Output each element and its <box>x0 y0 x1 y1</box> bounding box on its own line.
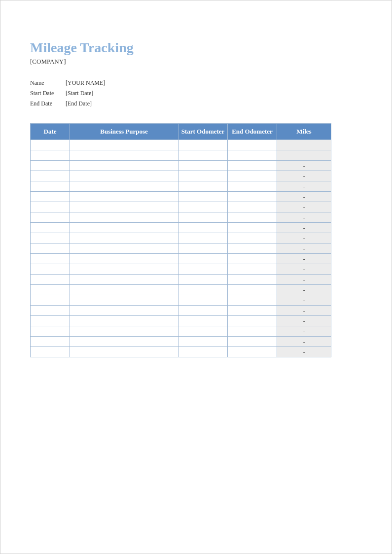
end-odo-cell[interactable] <box>228 306 277 316</box>
start-odo-cell[interactable] <box>178 161 228 171</box>
date-cell[interactable] <box>31 223 70 233</box>
end-odo-cell[interactable] <box>228 254 277 264</box>
purpose-cell[interactable] <box>70 171 178 181</box>
purpose-cell[interactable] <box>70 306 178 316</box>
end-odo-cell[interactable] <box>228 233 277 243</box>
start-odo-cell[interactable] <box>178 223 228 233</box>
start-odo-cell[interactable] <box>178 306 228 316</box>
start-odo-cell[interactable] <box>178 212 228 223</box>
miles-cell[interactable]: - <box>277 316 331 326</box>
date-cell[interactable] <box>31 337 70 347</box>
purpose-cell[interactable] <box>70 181 178 192</box>
end-odo-cell[interactable] <box>228 316 277 326</box>
start-odo-cell[interactable] <box>178 275 228 285</box>
miles-cell[interactable]: - <box>277 285 331 295</box>
date-cell[interactable] <box>31 347 70 357</box>
miles-cell[interactable]: - <box>277 161 331 171</box>
start-odo-cell[interactable] <box>178 171 228 181</box>
start-odo-cell[interactable] <box>178 326 228 337</box>
date-cell[interactable] <box>31 275 70 285</box>
date-cell[interactable] <box>31 243 70 254</box>
miles-cell[interactable]: - <box>277 337 331 347</box>
end-odo-cell[interactable] <box>228 264 277 275</box>
start-odo-cell[interactable] <box>178 347 228 357</box>
end-odo-cell[interactable] <box>228 140 277 150</box>
purpose-cell[interactable] <box>70 233 178 243</box>
date-cell[interactable] <box>31 326 70 337</box>
date-cell[interactable] <box>31 181 70 192</box>
end-odo-cell[interactable] <box>228 202 277 212</box>
start-odo-cell[interactable] <box>178 150 228 161</box>
purpose-cell[interactable] <box>70 285 178 295</box>
end-odo-cell[interactable] <box>228 161 277 171</box>
purpose-cell[interactable] <box>70 295 178 306</box>
purpose-cell[interactable] <box>70 202 178 212</box>
end-date-value[interactable]: [End Date] <box>66 100 92 107</box>
start-date-value[interactable]: [Start Date] <box>66 90 93 97</box>
purpose-cell[interactable] <box>70 140 178 150</box>
miles-cell[interactable]: - <box>277 306 331 316</box>
miles-cell[interactable]: - <box>277 275 331 285</box>
date-cell[interactable] <box>31 171 70 181</box>
end-odo-cell[interactable] <box>228 150 277 161</box>
miles-cell[interactable]: - <box>277 181 331 192</box>
date-cell[interactable] <box>31 212 70 223</box>
miles-cell[interactable]: - <box>277 171 331 181</box>
end-odo-cell[interactable] <box>228 171 277 181</box>
purpose-cell[interactable] <box>70 316 178 326</box>
end-odo-cell[interactable] <box>228 347 277 357</box>
date-cell[interactable] <box>31 161 70 171</box>
date-cell[interactable] <box>31 254 70 264</box>
end-odo-cell[interactable] <box>228 337 277 347</box>
end-odo-cell[interactable] <box>228 223 277 233</box>
miles-cell[interactable]: - <box>277 150 331 161</box>
purpose-cell[interactable] <box>70 275 178 285</box>
date-cell[interactable] <box>31 202 70 212</box>
purpose-cell[interactable] <box>70 337 178 347</box>
purpose-cell[interactable] <box>70 326 178 337</box>
start-odo-cell[interactable] <box>178 181 228 192</box>
start-odo-cell[interactable] <box>178 254 228 264</box>
miles-cell[interactable]: - <box>277 202 331 212</box>
start-odo-cell[interactable] <box>178 285 228 295</box>
end-odo-cell[interactable] <box>228 212 277 223</box>
purpose-cell[interactable] <box>70 192 178 202</box>
miles-cell[interactable]: - <box>277 243 331 254</box>
purpose-cell[interactable] <box>70 347 178 357</box>
miles-cell[interactable]: - <box>277 254 331 264</box>
purpose-cell[interactable] <box>70 212 178 223</box>
miles-cell[interactable]: - <box>277 192 331 202</box>
start-odo-cell[interactable] <box>178 243 228 254</box>
miles-cell[interactable]: - <box>277 295 331 306</box>
date-cell[interactable] <box>31 316 70 326</box>
date-cell[interactable] <box>31 192 70 202</box>
date-cell[interactable] <box>31 295 70 306</box>
end-odo-cell[interactable] <box>228 192 277 202</box>
miles-cell[interactable]: - <box>277 223 331 233</box>
miles-cell[interactable]: - <box>277 264 331 275</box>
start-odo-cell[interactable] <box>178 316 228 326</box>
miles-cell[interactable]: - <box>277 212 331 223</box>
name-value[interactable]: [YOUR NAME] <box>66 79 105 87</box>
purpose-cell[interactable] <box>70 150 178 161</box>
start-odo-cell[interactable] <box>178 140 228 150</box>
start-odo-cell[interactable] <box>178 202 228 212</box>
end-odo-cell[interactable] <box>228 181 277 192</box>
purpose-cell[interactable] <box>70 254 178 264</box>
miles-cell[interactable]: - <box>277 326 331 337</box>
purpose-cell[interactable] <box>70 243 178 254</box>
date-cell[interactable] <box>31 233 70 243</box>
start-odo-cell[interactable] <box>178 337 228 347</box>
date-cell[interactable] <box>31 285 70 295</box>
purpose-cell[interactable] <box>70 161 178 171</box>
miles-cell[interactable]: - <box>277 347 331 357</box>
purpose-cell[interactable] <box>70 223 178 233</box>
purpose-cell[interactable] <box>70 264 178 275</box>
end-odo-cell[interactable] <box>228 295 277 306</box>
date-cell[interactable] <box>31 306 70 316</box>
start-odo-cell[interactable] <box>178 192 228 202</box>
miles-cell[interactable] <box>277 140 331 150</box>
end-odo-cell[interactable] <box>228 243 277 254</box>
start-odo-cell[interactable] <box>178 264 228 275</box>
date-cell[interactable] <box>31 140 70 150</box>
